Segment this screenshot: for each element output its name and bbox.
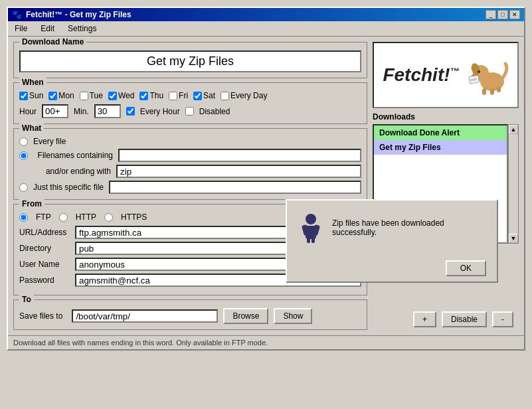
what-label: What [19,123,44,133]
disabled-label: Disabled [199,107,230,116]
day-sun-label: Sun [29,91,43,100]
day-sat-label: Sat [203,91,215,100]
show-button[interactable]: Show [274,308,312,324]
every-hour-checkbox[interactable] [126,107,135,116]
day-tue: Tue [80,91,103,100]
day-every-label: Every Day [230,91,267,100]
app-icon: 🐾 [12,10,22,19]
filenames-radio[interactable] [19,151,28,160]
ending-input[interactable] [116,165,361,178]
to-row: Save files to Browse Show [19,308,361,324]
just-this-label: Just this specific file [33,183,104,192]
username-label: User Name [19,260,72,269]
menu-file[interactable]: File [11,23,31,35]
hour-input[interactable] [42,104,68,118]
main-window: 🐾 Fetchit!™ - Get my Zip Files _ □ ✕ Fil… [7,7,525,351]
day-mon-checkbox[interactable] [48,92,57,100]
add-button[interactable]: + [413,311,436,327]
to-label: To [19,295,34,304]
every-file-radio[interactable] [19,137,28,146]
day-sun-checkbox[interactable] [19,92,28,100]
scroll-down-button[interactable]: ▼ [509,234,518,243]
bottom-buttons: + Disable - [373,309,519,330]
just-this-input[interactable] [109,181,361,194]
dialog-content: Zip files have been downloaded successfu… [287,201,497,255]
day-fri-checkbox[interactable] [169,92,177,100]
to-section: Save files to Browse Show [19,308,361,324]
ok-button[interactable]: OK [446,260,486,276]
day-wed-label: Wed [118,91,134,100]
menu-settings[interactable]: Settings [64,23,100,35]
ftp-label: FTP [36,212,51,222]
title-bar: 🐾 Fetchit!™ - Get my Zip Files _ □ ✕ [8,8,524,21]
left-panel: Download Name When Sun Mon [13,42,367,330]
ftp-radio[interactable] [19,213,28,222]
day-thu-checkbox[interactable] [139,92,148,100]
filenames-input[interactable] [118,149,361,162]
from-label: From [19,199,44,208]
download-item-zipfiles[interactable]: Get my Zip Files [374,140,507,155]
logo-container: Fetchit!™ [383,52,508,98]
every-hour-label: Every Hour [140,107,180,116]
downloads-scrollbar[interactable]: ▲ ▼ [508,124,519,244]
directory-label: Directory [19,244,72,253]
close-button[interactable]: ✕ [509,10,520,19]
status-bar: Download all files with names ending in … [8,335,524,349]
every-file-row: Every file [19,137,361,146]
dialog-person-icon [298,211,324,244]
day-sat-checkbox[interactable] [193,92,202,100]
day-wed-checkbox[interactable] [108,92,117,100]
svg-point-3 [478,70,480,73]
https-label: HTTPS [121,212,147,222]
maximize-button[interactable]: □ [497,10,508,19]
just-this-row: Just this specific file [19,181,361,194]
main-content: Download Name When Sun Mon [8,37,524,335]
day-fri: Fri [169,91,188,100]
day-wed: Wed [108,91,134,100]
window-title: Fetchit!™ - Get my Zip Files [26,10,132,19]
dialog-message: Zip files have been downloaded successfu… [332,218,486,237]
http-radio[interactable] [59,213,68,222]
filenames-row: Filenames containing [19,149,361,162]
save-files-input[interactable] [72,309,218,323]
day-tue-label: Tue [90,91,103,100]
svg-rect-17 [311,236,315,243]
days-row: Sun Mon Tue Wed [19,91,361,100]
min-input[interactable] [94,104,121,118]
svg-rect-8 [497,87,501,92]
day-every-checkbox[interactable] [221,92,229,100]
minimize-button[interactable]: _ [486,10,496,19]
ending-label: and/or ending with [31,167,111,176]
disable-button[interactable]: Disable [442,311,487,327]
download-name-input[interactable] [19,50,361,72]
password-label: Password [19,276,72,285]
download-name-group: Download Name [13,42,367,78]
disabled-checkbox[interactable] [185,107,194,116]
day-every: Every Day [221,91,267,100]
remove-button[interactable]: - [492,311,513,327]
ending-row: and/or ending with [19,165,361,178]
save-files-label: Save files to [19,311,62,321]
logo-box: Fetchit!™ [373,42,519,108]
dog-logo-icon [462,52,509,98]
day-thu: Thu [139,91,163,100]
title-bar-buttons: _ □ ✕ [486,10,520,19]
status-text: Download all files with names ending in … [13,339,268,347]
day-fri-label: Fri [179,91,188,100]
svg-rect-7 [490,88,494,95]
day-sat: Sat [193,91,215,100]
browse-button[interactable]: Browse [223,308,268,324]
day-tue-checkbox[interactable] [80,92,88,100]
svg-rect-6 [482,88,486,95]
download-item-alert[interactable]: Download Done Alert [374,125,507,140]
day-sun: Sun [19,91,43,100]
day-mon-label: Mon [58,91,74,100]
https-radio[interactable] [104,213,113,222]
download-name-label: Download Name [19,37,86,46]
hour-label: Hour [19,107,37,116]
scroll-up-button[interactable]: ▲ [509,125,518,134]
every-file-label: Every file [33,137,66,146]
svg-rect-16 [307,236,310,243]
menu-edit[interactable]: Edit [37,23,58,35]
just-this-radio[interactable] [19,183,28,192]
